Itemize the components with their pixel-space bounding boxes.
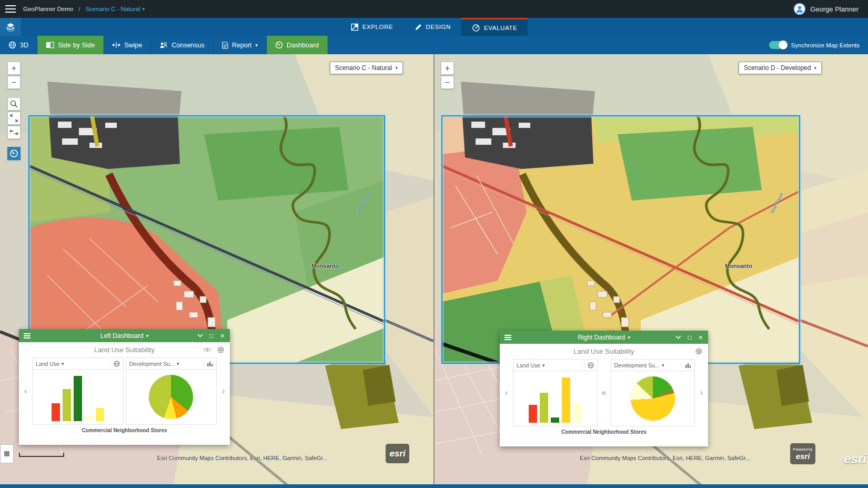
esri-logo: esri <box>844 452 866 466</box>
right-dashboard-section-title: Land Use Suitability <box>574 347 634 355</box>
bar-segment <box>551 417 559 423</box>
left-scenario-selector[interactable]: Scenario C - Natural ▾ <box>330 62 403 74</box>
collapse-panel-icon[interactable] <box>197 334 203 337</box>
breadcrumb-scenario-dropdown[interactable]: Scenario C - Natural ▾ <box>85 6 145 12</box>
carousel-page-label: Commercial Neighborhood Stores <box>19 427 230 433</box>
tab-evaluate[interactable]: EVALUATE <box>461 18 528 36</box>
right-map-pane: + − Scenario D - Developed ▾ Monsanto Se… <box>435 54 868 484</box>
side-by-side-button[interactable]: Side by Side <box>37 36 104 54</box>
maximize-panel-icon[interactable]: □ <box>688 334 692 341</box>
left-dashboard-panel: Left Dashboard ▾ □ × Land Use Suitabilit… <box>19 329 230 445</box>
layers-icon <box>6 22 15 32</box>
geoplanner-app: GeoPlanner Demo / Scenario C - Natural ▾… <box>0 0 868 488</box>
right-scenario-selector[interactable]: Scenario D - Developed ▾ <box>739 62 822 74</box>
bar-segment <box>573 403 581 423</box>
corner-widget[interactable] <box>0 444 14 463</box>
land-use-chart-card: Land Use ▾ <box>32 357 124 425</box>
chevron-down-icon: ▾ <box>62 361 64 366</box>
chevron-down-icon: ▾ <box>542 363 545 368</box>
right-dashboard-title[interactable]: Right Dashboard ▾ <box>578 334 630 341</box>
report-button[interactable]: Report ▾ <box>214 36 267 54</box>
development-suitability-chart-card: Development Su... ▾ <box>611 359 695 426</box>
layers-panel-button[interactable] <box>0 18 21 36</box>
bar-segment <box>96 408 104 421</box>
dashboard-tool-button[interactable] <box>7 147 21 160</box>
main-menu-icon[interactable] <box>5 5 16 13</box>
user-name[interactable]: George Planner <box>810 5 859 13</box>
zoom-in-button[interactable]: + <box>441 62 454 75</box>
carousel-prev-button[interactable]: ‹ <box>501 359 512 426</box>
close-panel-icon[interactable]: × <box>699 334 703 341</box>
bar-segment <box>74 376 82 421</box>
land-use-chart-card: Land Use ▾ <box>513 359 598 426</box>
left-map-pane: + − <box>0 54 433 484</box>
bar-chart-icon[interactable] <box>203 361 213 366</box>
bar-segment <box>63 389 71 421</box>
app-title: GeoPlanner Demo <box>23 6 73 12</box>
synchronize-extents-label: Synchronize Map Extents <box>791 42 860 48</box>
chevron-down-icon: ▾ <box>146 333 149 338</box>
collapse-panel-icon[interactable] <box>675 335 681 339</box>
chevron-down-icon: ▾ <box>255 43 258 48</box>
zoom-out-button[interactable]: − <box>7 76 21 89</box>
dashboard-gauge-icon <box>275 41 283 49</box>
place-label-monsanto: Monsanto <box>725 263 752 269</box>
globe-icon[interactable] <box>110 361 120 367</box>
powered-by-esri-logo[interactable]: Powered by esri <box>790 443 815 464</box>
right-dashboard-header[interactable]: Right Dashboard ▾ □ × <box>500 331 708 344</box>
chevron-down-icon: ▾ <box>662 363 664 368</box>
carousel-next-button[interactable]: › <box>696 359 707 426</box>
globe-icon[interactable] <box>584 362 594 369</box>
prev-next-extent-icon <box>8 126 20 138</box>
explore-icon <box>351 23 359 31</box>
right-development-suitability-pie-chart <box>631 376 675 421</box>
close-panel-icon[interactable]: × <box>220 333 225 339</box>
zoom-in-button[interactable]: + <box>7 62 21 75</box>
card-title[interactable]: Development Su... <box>614 362 660 369</box>
bar-chart-icon[interactable] <box>681 362 691 368</box>
tab-explore[interactable]: EXPLORE <box>340 18 404 36</box>
pencil-icon <box>414 23 422 31</box>
carousel-next-button[interactable]: › <box>218 357 229 425</box>
chevron-down-icon: ▾ <box>814 65 816 71</box>
dashboard-button[interactable]: Dashboard <box>267 36 328 54</box>
tab-design[interactable]: DESIGN <box>403 18 461 36</box>
consensus-button[interactable]: Consensus <box>151 36 214 54</box>
development-suitability-chart-card: Development Su... ▾ <box>126 357 217 425</box>
consensus-icon <box>159 42 168 48</box>
dashboard-menu-icon[interactable] <box>24 333 31 338</box>
side-by-side-icon <box>46 42 54 48</box>
zoom-out-button[interactable]: − <box>441 76 454 89</box>
left-dashboard-header[interactable]: Left Dashboard ▾ □ × <box>19 329 230 342</box>
gauge-icon <box>472 24 480 32</box>
card-title[interactable]: Land Use <box>517 362 540 369</box>
settings-gear-icon[interactable] <box>217 346 225 354</box>
card-title[interactable]: Development Su... <box>129 361 175 367</box>
right-land-use-bar-chart <box>529 371 581 426</box>
primary-nav-bar: EXPLORE DESIGN EVALUATE <box>0 18 868 36</box>
left-dashboard-section-title: Land Use Suitability <box>94 346 155 354</box>
map-attribution: Esri Community Maps Contributors, Esri, … <box>157 455 328 461</box>
maximize-panel-icon[interactable]: □ <box>210 333 214 339</box>
carousel-prev-button[interactable]: ‹ <box>20 357 31 425</box>
bar-segment <box>540 393 548 423</box>
chevron-down-icon: ▾ <box>395 65 398 71</box>
full-extent-button[interactable] <box>7 112 21 125</box>
user-avatar-icon[interactable] <box>793 3 806 15</box>
search-tool-button[interactable] <box>7 97 21 111</box>
left-dashboard-title[interactable]: Left Dashboard ▾ <box>100 332 149 340</box>
3d-button[interactable]: 3D <box>0 36 37 54</box>
place-label-monsanto: Monsanto <box>311 263 339 269</box>
carousel-collapse-button[interactable]: « <box>599 359 610 426</box>
breadcrumb-separator: / <box>78 6 80 12</box>
visibility-eye-icon[interactable] <box>203 347 211 353</box>
esri-logo[interactable]: esri <box>386 444 409 463</box>
extent-nav-button[interactable] <box>7 126 21 139</box>
top-bar: GeoPlanner Demo / Scenario C - Natural ▾… <box>0 0 868 18</box>
card-title[interactable]: Land Use <box>36 361 59 367</box>
settings-gear-icon[interactable] <box>695 347 703 355</box>
dashboard-menu-icon[interactable] <box>504 335 511 340</box>
globe-icon <box>8 41 16 49</box>
synchronize-extents-toggle[interactable] <box>769 41 787 49</box>
swipe-button[interactable]: Swipe <box>104 36 151 54</box>
